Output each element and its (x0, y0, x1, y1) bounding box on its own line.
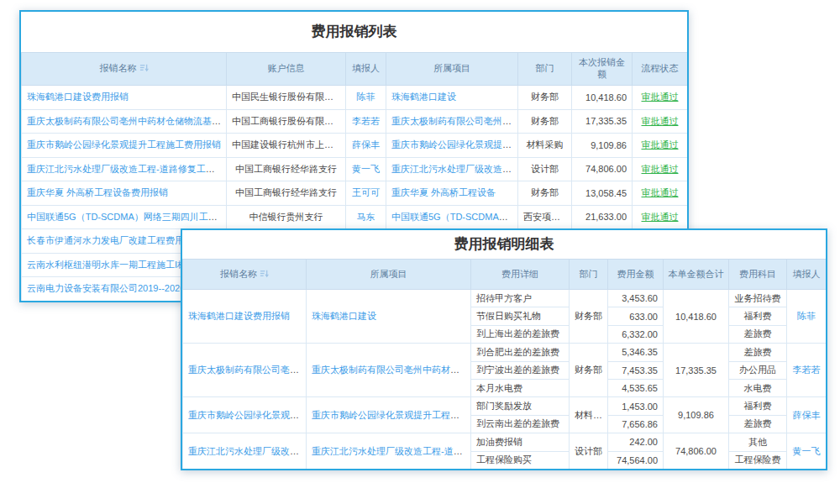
reporter-link[interactable]: 薛保丰 (793, 410, 821, 420)
cell-expense-detail: 部门奖励发放 (471, 397, 570, 415)
col-header-department: 部门 (570, 260, 608, 290)
col-header-amount: 本次报销金额 (572, 53, 633, 86)
col-header-expense-category: 费用科目 (729, 260, 787, 290)
cell-report-name: 中国联通5G（TD-SCDMA）网络三期四川工程费用报销 (22, 205, 227, 229)
cell-department: 财务部 (518, 181, 572, 206)
cell-department: 财务部 (570, 290, 608, 344)
list-row[interactable]: 重庆江北污水处理厂级改造工程-道路修复工程费用报销中国工商银行经华路支行黄一飞重… (22, 157, 688, 181)
cell-flow-status: 审批通过 (633, 181, 688, 206)
cell-expense-category: 差旅费 (729, 325, 787, 343)
cell-amount: 17,335.35 (572, 109, 633, 134)
expense-detail-title: 费用报销明细表 (182, 230, 826, 259)
reporter-link[interactable]: 陈菲 (357, 92, 375, 102)
cell-account: 中国工商银行经华路支行 (227, 157, 346, 181)
project-link[interactable]: 重庆华夏 外高桥工程设备 (391, 187, 496, 197)
list-row[interactable]: 珠海鹤港口建设费用报销中国民生银行股份有限公司陈菲珠海鹤港口建设财务部10,41… (22, 86, 688, 110)
cell-department: 设计部 (570, 433, 608, 470)
cell-report-name: 珠海鹤港口建设费用报销 (22, 86, 227, 110)
report-name-link[interactable]: 重庆市鹅岭公园绿化景观提升工程施工费用报销 (188, 410, 307, 420)
expense-detail-body: 珠海鹤港口建设费用报销珠海鹤港口建设招待甲方客户财务部3,453.6010,41… (183, 290, 827, 470)
reporter-link[interactable]: 李若若 (793, 365, 821, 375)
flow-status-link[interactable]: 审批通过 (642, 139, 679, 150)
flow-status-link[interactable]: 审批通过 (642, 92, 679, 102)
cell-department: 财务部 (518, 109, 572, 134)
report-name-link[interactable]: 长春市伊通河水力发电厂改建工程费用报销 (27, 235, 202, 245)
project-link[interactable]: 重庆市鹅岭公园绿化景观提升工程施工 (312, 410, 469, 420)
cell-reporter: 黄一飞 (787, 433, 827, 470)
list-row[interactable]: 中国联通5G（TD-SCDMA）网络三期四川工程费用报销中信银行贵州支行马东中国… (22, 205, 688, 229)
reporter-link[interactable]: 黄一飞 (793, 446, 821, 456)
flow-status-link[interactable]: 审批通过 (642, 164, 679, 174)
sort-icon[interactable] (139, 63, 149, 72)
cell-expense-amount: 4,535.65 (608, 379, 664, 396)
col-header-report-name[interactable]: 报销名称 (183, 260, 307, 290)
report-name-link[interactable]: 中国联通5G（TD-SCDMA）网络三期四川工程费用报销 (27, 212, 227, 222)
reporter-link[interactable]: 马东 (357, 212, 375, 222)
reporter-link[interactable]: 李若若 (352, 116, 380, 126)
cell-project: 中国联通5G（TD-SCDMA）网络三期四川工程 (386, 205, 518, 229)
col-header-report-name[interactable]: 报销名称 (22, 53, 227, 86)
expense-detail-table: 报销名称 所属项目 费用详细 部门 费用金额 本单金额合计 费用科目 填报人 珠… (182, 259, 827, 470)
list-row[interactable]: 重庆华夏 外高桥工程设备费用报销中国工商银行经华路支行王可可重庆华夏 外高桥工程… (22, 181, 688, 206)
cell-reporter: 李若若 (346, 109, 386, 134)
cell-expense-amount: 6,332.00 (608, 325, 664, 343)
report-name-link[interactable]: 重庆市鹅岭公园绿化景观提升工程施工费用报销 (27, 139, 221, 150)
cell-reporter: 黄一飞 (346, 157, 386, 181)
report-name-link[interactable]: 重庆江北污水处理厂级改造工程-道路修复工程费用报销 (27, 164, 227, 174)
cell-project: 重庆江北污水处理厂级改造工程-道路修复工程 (307, 433, 471, 470)
cell-expense-detail: 工程保险购买 (471, 451, 570, 469)
col-header-report-name-label: 报销名称 (100, 63, 137, 73)
expense-detail-window: 费用报销明细表 报销名称 所属项目 费用详细 部门 费用金额 本单金额合计 费用… (181, 228, 827, 470)
report-name-link[interactable]: 重庆华夏 外高桥工程设备费用报销 (27, 187, 168, 197)
project-link[interactable]: 重庆江北污水处理厂级改造工程-道路修复工程 (391, 164, 518, 174)
report-name-link[interactable]: 重庆太极制药有限公司亳州中药材仓储物流基地项目费用报销 (188, 365, 307, 375)
cell-flow-status: 审批通过 (633, 109, 688, 134)
cell-expense-detail: 到合肥出差的差旅费 (471, 344, 570, 361)
cell-report-name: 重庆太极制药有限公司亳州中药材仓储物流基地项目费用报销 (183, 344, 307, 397)
flow-status-link[interactable]: 审批通过 (642, 116, 679, 126)
cell-project: 重庆华夏 外高桥工程设备 (386, 181, 518, 206)
cell-amount: 9,109.86 (572, 134, 633, 158)
col-header-expense-amount: 费用金额 (608, 260, 664, 290)
col-header-project: 所属项目 (386, 53, 518, 86)
cell-amount: 74,806.00 (572, 157, 633, 181)
project-link[interactable]: 重庆市鹅岭公园绿化景观提升工程施工 (391, 139, 518, 150)
cell-total-amount: 9,109.86 (664, 397, 729, 433)
cell-department: 西安项目部 (518, 205, 572, 229)
cell-amount: 10,418.60 (572, 86, 633, 110)
sort-icon[interactable] (260, 269, 269, 278)
cell-expense-detail: 到上海出差的差旅费 (471, 325, 570, 343)
list-row[interactable]: 重庆太极制药有限公司亳州中药材仓储物流基地项目费用报销中国工商银行股份有限公司李… (22, 109, 688, 134)
reporter-link[interactable]: 陈菲 (797, 311, 816, 321)
list-row[interactable]: 重庆市鹅岭公园绿化景观提升工程施工费用报销中国建设银行杭州市上城支行薛保丰重庆市… (22, 134, 688, 158)
flow-status-link[interactable]: 审批通过 (642, 187, 679, 197)
project-link[interactable]: 重庆太极制药有限公司亳州中药材仓储物流基地 (391, 116, 518, 126)
cell-total-amount: 74,806.00 (664, 433, 729, 470)
reporter-link[interactable]: 薛保丰 (352, 139, 380, 150)
project-link[interactable]: 珠海鹤港口建设 (391, 92, 456, 102)
cell-report-name: 重庆市鹅岭公园绿化景观提升工程施工费用报销 (183, 397, 307, 433)
report-name-link[interactable]: 重庆江北污水处理厂级改造工程-道路修复工程费用报销 (188, 446, 307, 456)
cell-reporter: 马东 (346, 205, 386, 229)
reporter-link[interactable]: 黄一飞 (352, 164, 380, 174)
cell-expense-amount: 7,656.86 (608, 415, 664, 433)
cell-department: 财务部 (570, 344, 608, 397)
detail-row[interactable]: 珠海鹤港口建设费用报销珠海鹤港口建设招待甲方客户财务部3,453.6010,41… (183, 290, 827, 307)
report-name-link[interactable]: 珠海鹤港口建设费用报销 (188, 311, 290, 321)
cell-project: 重庆太极制药有限公司亳州中药材仓储物流基地 (307, 344, 471, 397)
cell-reporter: 王可可 (346, 181, 386, 206)
reporter-link[interactable]: 王可可 (352, 187, 380, 197)
detail-row[interactable]: 重庆市鹅岭公园绿化景观提升工程施工费用报销重庆市鹅岭公园绿化景观提升工程施工部门… (183, 397, 827, 415)
cell-expense-amount: 7,453.35 (608, 361, 664, 379)
flow-status-link[interactable]: 审批通过 (642, 212, 679, 222)
project-link[interactable]: 重庆太极制药有限公司亳州中药材仓储物流基地 (312, 365, 471, 375)
cell-report-name: 珠海鹤港口建设费用报销 (183, 290, 307, 344)
project-link[interactable]: 珠海鹤港口建设 (312, 311, 376, 321)
report-name-link[interactable]: 重庆太极制药有限公司亳州中药材仓储物流基地项目费用报销 (27, 116, 227, 126)
project-link[interactable]: 中国联通5G（TD-SCDMA）网络三期四川工程 (391, 212, 518, 222)
detail-row[interactable]: 重庆太极制药有限公司亳州中药材仓储物流基地项目费用报销重庆太极制药有限公司亳州中… (183, 344, 827, 361)
project-link[interactable]: 重庆江北污水处理厂级改造工程-道路修复工程 (312, 446, 471, 456)
cell-reporter: 陈菲 (346, 86, 386, 110)
detail-row[interactable]: 重庆江北污水处理厂级改造工程-道路修复工程费用报销重庆江北污水处理厂级改造工程-… (183, 433, 827, 451)
report-name-link[interactable]: 珠海鹤港口建设费用报销 (27, 92, 129, 102)
